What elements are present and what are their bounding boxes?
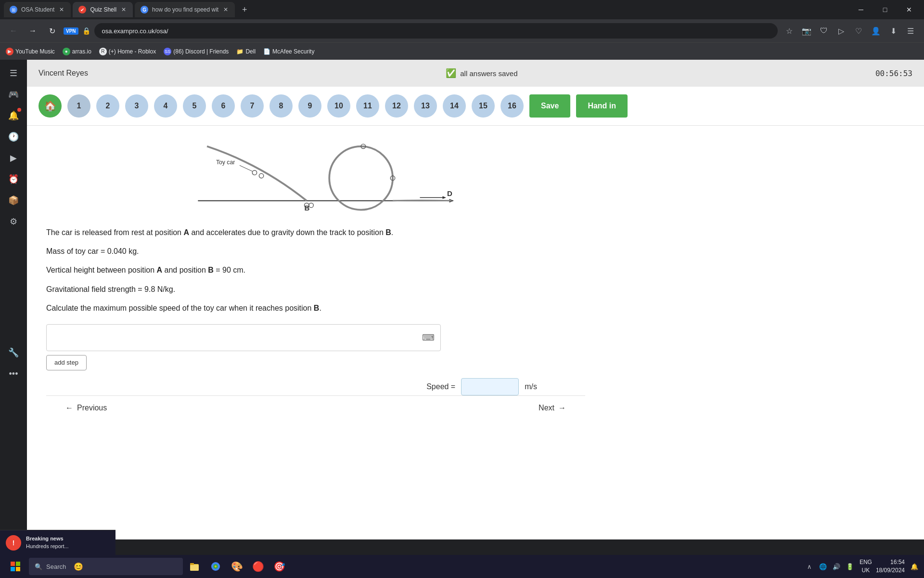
nav-q1-button[interactable]: 1 (67, 94, 90, 118)
window-controls: ─ □ ✕ (850, 2, 920, 17)
bookmarks-bar: ▶ YouTube Music ● arras.io R (+) Home - … (0, 42, 924, 60)
handin-button[interactable]: Hand in (576, 94, 628, 118)
quiz-timer: 00:56:53 (875, 69, 912, 78)
sidebar-btn-history2[interactable]: ⏰ (4, 170, 23, 189)
sidebar-btn-play[interactable]: ▶ (4, 148, 23, 168)
sidebar-btn-more[interactable]: ••• (4, 364, 23, 383)
nav-q12-button[interactable]: 12 (385, 94, 408, 118)
news-icon: ! (6, 535, 21, 551)
sidebar-btn-tools[interactable]: 🔧 (4, 343, 23, 362)
keyboard-icon[interactable]: ⌨ (422, 332, 435, 343)
sidebar-btn-history[interactable]: 🕐 (4, 127, 23, 146)
nav-q8-button[interactable]: 8 (270, 94, 293, 118)
play-icon[interactable]: ▷ (834, 23, 849, 39)
add-step-button[interactable]: add step (46, 355, 87, 370)
menu-icon[interactable]: ☰ (903, 23, 918, 39)
heart-icon[interactable]: ♡ (851, 23, 866, 39)
url-text: osa.exampro.co.uk/osa/ (102, 27, 168, 35)
shield-icon[interactable]: 🛡 (816, 23, 832, 39)
bookmark-roblox[interactable]: R (+) Home - Roblox (99, 48, 156, 55)
tab2-close[interactable]: ✕ (120, 5, 127, 14)
svg-text:Toy car: Toy car (216, 159, 235, 166)
tray-volume-icon[interactable]: 🔊 (831, 561, 842, 572)
previous-button[interactable]: ← Previous (65, 404, 107, 412)
start-button[interactable] (4, 555, 27, 578)
answer-text-input[interactable] (52, 333, 422, 342)
taskbar-paint-icon[interactable]: 🎨 (227, 557, 246, 576)
forward-button[interactable]: → (25, 23, 40, 39)
new-tab-button[interactable]: + (237, 2, 252, 17)
tab-quiz-shell[interactable]: ✔ Quiz Shell ✕ (73, 2, 133, 17)
nav-q9-button[interactable]: 9 (298, 94, 321, 118)
bookmark-arras[interactable]: ● arras.io (63, 48, 91, 55)
bookmark-youtube-music[interactable]: ▶ YouTube Music (6, 48, 55, 55)
tab2-label: Quiz Shell (90, 6, 116, 13)
time-display: 16:54 18/09/2024 (876, 558, 905, 575)
nav-q5-button[interactable]: 5 (183, 94, 206, 118)
nav-q11-button[interactable]: 11 (356, 94, 379, 118)
sidebar-btn-games[interactable]: 🎮 (4, 85, 23, 104)
search-icon: 🔍 (35, 563, 42, 570)
maximize-button[interactable]: □ (874, 2, 896, 17)
tab-google[interactable]: G how do you find speed wit ✕ (135, 2, 235, 17)
tab-osa-student[interactable]: ⊞ OSA Student ✕ (4, 2, 71, 17)
profile-icon[interactable]: 👤 (868, 23, 884, 39)
nav-q10-button[interactable]: 10 (327, 94, 350, 118)
back-button[interactable]: ← (6, 23, 21, 39)
bookmark-mcafee[interactable]: 📄 McAfee Security (263, 48, 314, 55)
taskbar-gaming-icon[interactable]: 🎯 (270, 557, 289, 576)
taskbar-app-icon[interactable]: 🔴 (248, 557, 268, 576)
answer-input-box[interactable]: ⌨ (46, 324, 441, 351)
sidebar-btn-box[interactable]: 📦 (4, 191, 23, 210)
locale-display: ENGUK (860, 558, 872, 575)
tray-battery-icon[interactable]: 🔋 (844, 561, 856, 572)
main-content: Vincent Reyes ✅ all answers saved 00:56:… (27, 60, 924, 539)
nav-q4-button[interactable]: 4 (154, 94, 177, 118)
speed-input[interactable] (461, 378, 519, 395)
sidebar-btn-settings[interactable]: ⚙ (4, 212, 23, 231)
browser-taskbar-icon (210, 561, 221, 572)
save-button[interactable]: Save (529, 94, 570, 118)
close-button[interactable]: ✕ (898, 2, 920, 17)
question-text-3: Vertical height between position A and p… (46, 263, 585, 276)
nav-q6-button[interactable]: 6 (212, 94, 235, 118)
notification-center-icon[interactable]: 🔔 (909, 561, 920, 572)
tab2-icon: ✔ (78, 6, 86, 13)
taskbar-search-bar[interactable]: 🔍 Search 😊 (29, 558, 183, 575)
nav-q16-button[interactable]: 16 (500, 94, 524, 118)
tray-network-icon[interactable]: 🌐 (817, 561, 829, 572)
nav-q13-button[interactable]: 13 (414, 94, 437, 118)
svg-point-7 (252, 171, 257, 175)
minimize-button[interactable]: ─ (850, 2, 872, 17)
nav-q3-button[interactable]: 3 (125, 94, 148, 118)
bookmark-discord[interactable]: SS (86) Discord | Friends (164, 48, 229, 55)
taskbar-files-icon[interactable] (185, 557, 204, 576)
breaking-news-notification[interactable]: ! Breaking news Hundreds report... (0, 530, 116, 555)
url-bar[interactable]: osa.exampro.co.uk/osa/ (94, 23, 778, 39)
screenshot-icon[interactable]: 📷 (799, 23, 814, 39)
tab1-close[interactable]: ✕ (58, 5, 65, 14)
bookmark-dell-label: Dell (245, 48, 256, 55)
sidebar-btn-menu[interactable]: ☰ (4, 64, 23, 83)
sidebar-btn-notifications[interactable]: 🔔 (4, 106, 23, 125)
refresh-button[interactable]: ↻ (44, 23, 60, 39)
nav-q14-button[interactable]: 14 (443, 94, 466, 118)
download-icon[interactable]: ⬇ (886, 23, 901, 39)
nav-q7-button[interactable]: 7 (241, 94, 264, 118)
question-text-5: Calculate the maximum possible speed of … (46, 302, 585, 315)
bookmark-yt-label: YouTube Music (15, 48, 55, 55)
tab3-close[interactable]: ✕ (222, 5, 229, 14)
nav-home-button[interactable]: 🏠 (38, 94, 62, 118)
nav-q15-button[interactable]: 15 (472, 94, 495, 118)
bookmark-roblox-label: (+) Home - Roblox (109, 48, 156, 55)
tab3-label: how do you find speed wit (152, 6, 218, 13)
taskbar-browser-icon[interactable] (206, 557, 225, 576)
next-button[interactable]: Next → (539, 404, 566, 412)
svg-rect-21 (190, 563, 194, 565)
bookmark-star-icon[interactable]: ☆ (782, 23, 797, 39)
file-icon: 📄 (263, 48, 270, 55)
nav-q2-button[interactable]: 2 (96, 94, 119, 118)
bookmark-dell[interactable]: 📁 Dell (236, 48, 256, 55)
tray-up-icon[interactable]: ∧ (804, 561, 815, 572)
tab3-icon: G (141, 6, 148, 13)
